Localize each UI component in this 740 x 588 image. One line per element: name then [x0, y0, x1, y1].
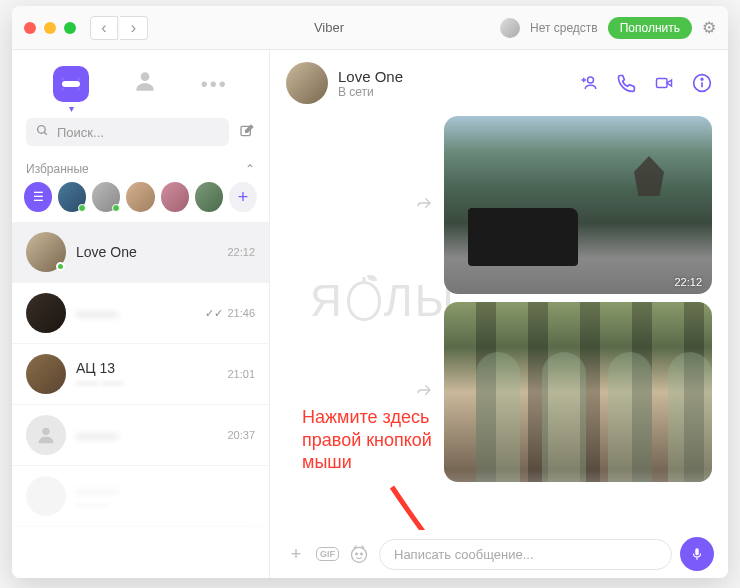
chat-list-item[interactable]: ——— 20:37	[12, 405, 269, 466]
watermark: ЯЛЫ	[310, 276, 456, 326]
chat-avatar[interactable]	[286, 62, 328, 104]
avatar	[26, 232, 66, 272]
svg-point-1	[38, 126, 46, 134]
search-input[interactable]: Поиск...	[26, 118, 229, 146]
messages-area[interactable]: ЯЛЫ 22:12	[270, 116, 728, 530]
fade	[270, 470, 728, 530]
favorites-label: Избранные	[26, 162, 89, 176]
svg-line-2	[44, 132, 47, 135]
chat-preview: ———	[76, 498, 255, 510]
video-call-icon[interactable]	[652, 73, 676, 93]
avatar	[26, 476, 66, 516]
message-input[interactable]: Написать сообщение...	[379, 539, 672, 570]
svg-rect-13	[695, 548, 699, 555]
search-placeholder: Поиск...	[57, 125, 104, 140]
forward-icon[interactable]	[414, 195, 434, 216]
chat-time: 22:12	[227, 246, 255, 258]
chat-pane: Love One В сети ЯЛЫ	[270, 50, 728, 578]
nav-back-button[interactable]: ‹	[90, 16, 118, 40]
chat-time: 20:37	[227, 429, 255, 441]
annotation-arrow-icon	[382, 482, 482, 530]
chat-name: ———	[76, 427, 217, 443]
close-icon[interactable]	[24, 22, 36, 34]
avatar	[26, 415, 66, 455]
chat-list-item[interactable]: ——— ✓✓21:46	[12, 283, 269, 344]
chat-name: Love One	[76, 244, 217, 260]
topup-button[interactable]: Пополнить	[608, 17, 692, 39]
favorite-item[interactable]	[161, 182, 189, 212]
zoom-icon[interactable]	[64, 22, 76, 34]
balance-label: Нет средств	[530, 21, 598, 35]
info-icon[interactable]	[692, 73, 712, 93]
more-tab-icon[interactable]: •••	[201, 73, 228, 96]
chevron-down-icon[interactable]: ▾	[69, 103, 74, 114]
chat-time: 21:01	[227, 368, 255, 380]
chat-list-item[interactable]: Love One 22:12	[12, 222, 269, 283]
compose-bar: + GIF Написать сообщение...	[270, 530, 728, 578]
message-image[interactable]	[444, 302, 712, 482]
chat-list: Love One 22:12 ——— ✓✓21:46 АЦ 13—— —— 21…	[12, 222, 269, 578]
chat-title: Love One	[338, 68, 403, 85]
chats-tab-icon[interactable]: ▾	[53, 66, 89, 102]
read-checks-icon: ✓✓	[205, 307, 223, 319]
avatar	[26, 293, 66, 333]
annotation-overlay: Нажмите здесьправой кнопкоймыши	[302, 406, 432, 474]
collapse-favorites-icon[interactable]: ⌃	[245, 162, 255, 176]
attach-icon[interactable]: +	[284, 544, 308, 565]
favorites-row: ☰ +	[12, 182, 269, 222]
chat-time: ✓✓21:46	[205, 307, 255, 320]
favorite-item[interactable]	[58, 182, 86, 212]
chat-list-item[interactable]: ——————	[12, 466, 269, 527]
add-favorite-button[interactable]: +	[229, 182, 257, 212]
chat-name: ———	[76, 305, 195, 321]
avatar	[26, 354, 66, 394]
chat-list-item[interactable]: АЦ 13—— —— 21:01	[12, 344, 269, 405]
chat-name: АЦ 13	[76, 360, 217, 376]
contacts-tab-icon[interactable]	[132, 68, 158, 101]
svg-rect-6	[657, 79, 668, 88]
voice-call-icon[interactable]	[616, 73, 636, 93]
favorite-item[interactable]: ☰	[24, 182, 52, 212]
svg-point-11	[356, 553, 358, 555]
titlebar: ‹ › Viber Нет средств Пополнить ⚙	[12, 6, 728, 50]
svg-point-0	[141, 72, 150, 81]
svg-point-4	[42, 428, 49, 435]
minimize-icon[interactable]	[44, 22, 56, 34]
voice-message-button[interactable]	[680, 537, 714, 571]
nav-forward-button[interactable]: ›	[120, 16, 148, 40]
message-image[interactable]: 22:12	[444, 116, 712, 294]
favorite-item[interactable]	[126, 182, 154, 212]
favorite-item[interactable]	[195, 182, 223, 212]
sidebar: ▾ ••• Поиск... Избранные ⌃	[12, 50, 270, 578]
search-icon	[36, 124, 49, 140]
chat-name: ———	[76, 482, 255, 498]
app-window: ‹ › Viber Нет средств Пополнить ⚙ ▾ •••	[12, 6, 728, 578]
window-title: Viber	[158, 20, 500, 35]
favorite-item[interactable]	[92, 182, 120, 212]
svg-point-5	[588, 77, 594, 83]
account-avatar[interactable]	[500, 18, 520, 38]
chat-status: В сети	[338, 85, 403, 99]
window-controls	[24, 22, 76, 34]
svg-point-10	[352, 547, 367, 562]
settings-icon[interactable]: ⚙	[702, 18, 716, 37]
compose-icon[interactable]	[239, 123, 255, 142]
svg-point-9	[701, 78, 703, 80]
message-time: 22:12	[674, 276, 702, 288]
chat-preview: —— ——	[76, 376, 217, 388]
content: ▾ ••• Поиск... Избранные ⌃	[12, 50, 728, 578]
sticker-icon[interactable]	[347, 544, 371, 564]
chat-header: Love One В сети	[270, 50, 728, 116]
add-contact-icon[interactable]	[578, 73, 600, 93]
svg-point-12	[361, 553, 363, 555]
forward-icon[interactable]	[414, 382, 434, 403]
gif-icon[interactable]: GIF	[316, 547, 339, 561]
